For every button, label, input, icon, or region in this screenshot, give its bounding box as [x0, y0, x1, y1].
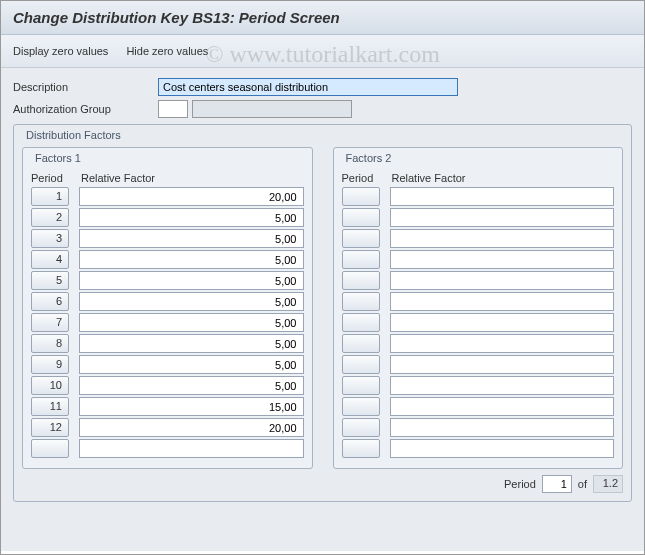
factors-2-period-cell[interactable]: [342, 292, 380, 311]
factors-2-period-cell[interactable]: [342, 250, 380, 269]
factors-2-period-cell[interactable]: [342, 187, 380, 206]
factors-2-factor-input[interactable]: [390, 439, 615, 458]
factors-2-factor-input[interactable]: [390, 313, 615, 332]
factors-1-factor-input[interactable]: [79, 355, 304, 374]
auth-group-row: Authorization Group: [13, 100, 632, 118]
factors-1-period-cell[interactable]: 9: [31, 355, 69, 374]
factors-2-row: [342, 187, 615, 206]
factors-1-period-cell[interactable]: 11: [31, 397, 69, 416]
description-label: Description: [13, 81, 158, 93]
factors-1-period-cell[interactable]: 2: [31, 208, 69, 227]
factors-1-factor-input[interactable]: [79, 313, 304, 332]
factors-2-period-cell[interactable]: [342, 418, 380, 437]
factors-2-period-cell[interactable]: [342, 229, 380, 248]
factors-1-row: 12: [31, 418, 304, 437]
factors-2-period-cell[interactable]: [342, 397, 380, 416]
factors-2-factor-input[interactable]: [390, 397, 615, 416]
factors-1-factor-input[interactable]: [79, 334, 304, 353]
factors-1-period-cell[interactable]: 8: [31, 334, 69, 353]
factors-2-header-period: Period: [342, 172, 392, 184]
factors-1-header-period: Period: [31, 172, 81, 184]
factors-2-factor-input[interactable]: [390, 271, 615, 290]
factors-2-period-cell[interactable]: [342, 334, 380, 353]
factors-1-factor-input[interactable]: [79, 376, 304, 395]
factors-2-row: [342, 355, 615, 374]
factors-1-factor-input[interactable]: [79, 418, 304, 437]
page-title: Change Distribution Key BS13: Period Scr…: [13, 9, 632, 26]
factors-1-row: 10: [31, 376, 304, 395]
factors-1-row: 7: [31, 313, 304, 332]
factors-1-factor-input[interactable]: [79, 187, 304, 206]
pager-of-label: of: [578, 478, 587, 490]
factors-2-factor-input[interactable]: [390, 208, 615, 227]
factors-1-row: 2: [31, 208, 304, 227]
toolbar: Display zero values Hide zero values: [1, 35, 644, 68]
factors-2-box: Factors 2 Period Relative Factor: [333, 147, 624, 469]
pager: Period of 1.2: [22, 475, 623, 493]
factors-2-factor-input[interactable]: [390, 376, 615, 395]
factors-2-period-cell[interactable]: [342, 208, 380, 227]
factors-2-row: [342, 292, 615, 311]
factors-1-factor-input[interactable]: [79, 208, 304, 227]
factors-1-factor-input[interactable]: [79, 271, 304, 290]
factors-1-period-cell[interactable]: [31, 439, 69, 458]
factors-1-row: 3: [31, 229, 304, 248]
factors-2-factor-input[interactable]: [390, 229, 615, 248]
factors-1-period-cell[interactable]: 1: [31, 187, 69, 206]
factors-1-period-cell[interactable]: 12: [31, 418, 69, 437]
description-input[interactable]: [158, 78, 458, 96]
factors-2-row: [342, 250, 615, 269]
factors-1-factor-input[interactable]: [79, 292, 304, 311]
factors-2-factor-input[interactable]: [390, 187, 615, 206]
factors-2-row: [342, 397, 615, 416]
factors-2-row: [342, 208, 615, 227]
content: Description Authorization Group Distribu…: [1, 68, 644, 551]
factors-1-period-cell[interactable]: 7: [31, 313, 69, 332]
auth-group-input-desc[interactable]: [192, 100, 352, 118]
distribution-factors-group: Distribution Factors Factors 1 Period Re…: [13, 124, 632, 502]
factors-1-period-cell[interactable]: 10: [31, 376, 69, 395]
auth-group-input-code[interactable]: [158, 100, 188, 118]
factors-1-header-factor: Relative Factor: [81, 172, 304, 184]
factors-2-period-cell[interactable]: [342, 355, 380, 374]
factors-2-header-factor: Relative Factor: [392, 172, 615, 184]
pager-label: Period: [504, 478, 536, 490]
factors-2-period-cell[interactable]: [342, 439, 380, 458]
factors-2-period-cell[interactable]: [342, 271, 380, 290]
factors-1-period-cell[interactable]: 6: [31, 292, 69, 311]
pager-total: 1.2: [593, 475, 623, 493]
factors-2-factor-input[interactable]: [390, 355, 615, 374]
factors-2-factor-input[interactable]: [390, 292, 615, 311]
factors-1-period-cell[interactable]: 3: [31, 229, 69, 248]
pager-current-input[interactable]: [542, 475, 572, 493]
factors-1-factor-input[interactable]: [79, 397, 304, 416]
factors-1-row: [31, 439, 304, 458]
factors-1-row: 11: [31, 397, 304, 416]
factors-2-factor-input[interactable]: [390, 250, 615, 269]
description-row: Description: [13, 78, 632, 96]
factors-2-title: Factors 2: [342, 152, 396, 164]
factors-1-factor-input[interactable]: [79, 229, 304, 248]
factors-1-period-cell[interactable]: 4: [31, 250, 69, 269]
distribution-factors-title: Distribution Factors: [22, 129, 125, 141]
display-zero-button[interactable]: Display zero values: [13, 45, 108, 57]
factors-2-factor-input[interactable]: [390, 418, 615, 437]
hide-zero-button[interactable]: Hide zero values: [126, 45, 208, 57]
factors-2-factor-input[interactable]: [390, 334, 615, 353]
factors-1-row: 5: [31, 271, 304, 290]
factors-2-row: [342, 439, 615, 458]
factors-1-title: Factors 1: [31, 152, 85, 164]
factors-2-row: [342, 313, 615, 332]
factors-1-row: 4: [31, 250, 304, 269]
factors-1-factor-input[interactable]: [79, 250, 304, 269]
factors-1-row: 6: [31, 292, 304, 311]
factors-2-period-cell[interactable]: [342, 313, 380, 332]
factors-1-period-cell[interactable]: 5: [31, 271, 69, 290]
factors-2-period-cell[interactable]: [342, 376, 380, 395]
auth-group-label: Authorization Group: [13, 103, 158, 115]
factors-2-row: [342, 418, 615, 437]
factors-1-box: Factors 1 Period Relative Factor 1234567…: [22, 147, 313, 469]
factors-2-row: [342, 334, 615, 353]
factors-2-row: [342, 271, 615, 290]
factors-1-factor-input[interactable]: [79, 439, 304, 458]
